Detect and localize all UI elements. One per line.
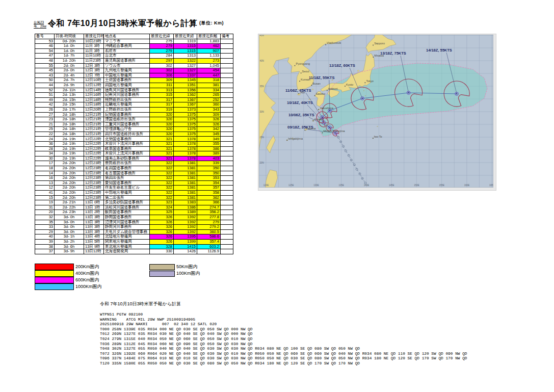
cell-no[interactable]: 52 xyxy=(35,88,55,93)
cell-note[interactable] xyxy=(221,180,233,186)
cell-no[interactable]: 18 xyxy=(35,166,55,171)
cell-note[interactable] xyxy=(221,146,233,151)
cell-place[interactable]: 名古屋国道事務所 xyxy=(104,171,150,176)
cell-offset[interactable]: 2d- 9h xyxy=(55,83,84,88)
cell-offset[interactable]: 2d- 22h xyxy=(55,205,84,210)
cell-lon[interactable]: 1356 xyxy=(174,88,197,93)
cell-no[interactable]: 23 xyxy=(35,117,55,122)
cell-offset[interactable]: 3d- 9h xyxy=(55,249,84,254)
cell-note[interactable] xyxy=(221,97,233,102)
cell-note[interactable] xyxy=(221,132,233,137)
cell-lat[interactable]: 297 xyxy=(150,58,174,63)
cell-datetime[interactable]: 13日 3時 xyxy=(84,220,104,225)
cell-datetime[interactable]: 12日 7時 xyxy=(84,73,104,78)
cell-lat[interactable]: 322 xyxy=(150,176,174,181)
cell-no[interactable]: 33 xyxy=(35,225,55,230)
cell-offset[interactable]: 3d- 0h xyxy=(55,229,84,234)
cell-lat[interactable]: 326 xyxy=(150,239,174,244)
cell-lat[interactable]: 322 xyxy=(150,161,174,166)
cell-datetime[interactable]: 12日21時 xyxy=(84,112,104,117)
cell-offset[interactable]: 2d- 17h xyxy=(55,107,84,112)
cell-datetime[interactable]: 13日 9時 xyxy=(84,244,104,249)
cell-offset[interactable]: 2d- 20h xyxy=(55,186,84,191)
cell-no[interactable]: 14 xyxy=(35,171,55,176)
cell-dist[interactable]: 454 xyxy=(197,68,221,73)
cell-no[interactable]: 34 xyxy=(35,151,55,156)
cell-lon[interactable]: 1378 xyxy=(174,151,197,156)
cell-no[interactable]: 50 xyxy=(35,78,55,83)
cell-place[interactable]: 北海道開発局 xyxy=(104,249,150,254)
cell-datetime[interactable]: 12日23時 xyxy=(84,186,104,191)
cell-note[interactable] xyxy=(221,205,233,210)
cell-lat[interactable]: 322 xyxy=(150,166,174,171)
cell-dist[interactable]: 274.7 xyxy=(197,205,221,210)
cell-place[interactable]: 住友生命名古屋ビル xyxy=(104,186,150,191)
cell-offset[interactable]: 2d- 20h xyxy=(55,191,84,196)
cell-offset[interactable]: 2d- 20h xyxy=(55,176,84,181)
cell-datetime[interactable]: 12日22時 xyxy=(84,137,104,142)
cell-datetime[interactable]: 12日 3時 xyxy=(84,63,104,68)
cell-datetime[interactable]: 13日 5時 xyxy=(84,239,104,244)
cell-lat[interactable]: 321 xyxy=(150,151,174,156)
cell-dist[interactable]: 907 xyxy=(197,48,221,54)
cell-place[interactable]: 沖縄総合事務局 xyxy=(104,44,150,49)
cell-dist[interactable]: 349 xyxy=(197,137,221,142)
cell-offset[interactable]: 2d- 20h xyxy=(55,161,84,166)
cell-no[interactable]: 37 xyxy=(35,249,55,254)
cell-lat[interactable]: 326 xyxy=(150,220,174,225)
cell-no[interactable]: 43 xyxy=(35,73,55,78)
cell-lon[interactable]: 1327 xyxy=(174,68,197,73)
cell-lon[interactable]: 1367 xyxy=(174,102,197,108)
cell-dist[interactable]: 1,045 xyxy=(197,63,221,68)
cell-dist[interactable]: 586.6 xyxy=(197,234,221,240)
cell-no[interactable]: 39 xyxy=(35,239,55,244)
cell-lon[interactable]: 1375 xyxy=(174,127,197,132)
cell-lat[interactable]: 320 xyxy=(150,122,174,127)
cell-lon[interactable]: 1319 xyxy=(174,39,197,44)
cell-no[interactable]: 51 xyxy=(35,93,55,98)
cell-note[interactable] xyxy=(221,200,233,205)
cell-datetime[interactable]: 12日23時 xyxy=(84,191,104,196)
cell-lon[interactable]: 1375 xyxy=(174,132,197,137)
cell-place[interactable]: 鹿児島国道事務所 xyxy=(104,58,150,63)
cell-note[interactable] xyxy=(221,161,233,166)
cell-offset[interactable]: 2d- 18h xyxy=(55,117,84,122)
cell-lon[interactable]: 1389 xyxy=(174,210,197,215)
cell-datetime[interactable]: 12日23時 xyxy=(84,180,104,186)
cell-lon[interactable]: 1386 xyxy=(174,205,197,210)
cell-dist[interactable]: 350 xyxy=(197,171,221,176)
cell-lon[interactable]: 1351 xyxy=(174,83,197,88)
cell-note[interactable] xyxy=(221,68,233,73)
cell-no[interactable]: 41 xyxy=(35,191,55,196)
cell-dist[interactable]: 360.5 xyxy=(197,229,221,234)
cell-offset[interactable]: 2d- 4h xyxy=(55,73,84,78)
cell-note[interactable] xyxy=(221,122,233,127)
cell-note[interactable] xyxy=(221,48,233,54)
cell-note[interactable] xyxy=(221,127,233,132)
cell-place[interactable]: 天竜川ダム統合管理事務 xyxy=(104,229,150,234)
cell-place[interactable]: 四国地方整備局 xyxy=(104,83,150,88)
cell-lon[interactable]: 1315 xyxy=(174,44,197,49)
cell-lon[interactable]: 1345 xyxy=(174,78,197,83)
cell-lat[interactable]: 279 xyxy=(150,44,174,49)
cell-dist[interactable]: 381 xyxy=(197,83,221,88)
cell-datetime[interactable]: 12日21時 xyxy=(84,122,104,127)
cell-note[interactable] xyxy=(221,220,233,225)
cell-lon[interactable]: 1378 xyxy=(174,156,197,161)
cell-offset[interactable]: 2d- 19h xyxy=(55,156,84,161)
cell-lat[interactable]: 306 xyxy=(150,73,174,78)
cell-no[interactable]: 36 xyxy=(35,142,55,147)
cell-datetime[interactable]: 13日 2時 xyxy=(84,210,104,215)
cell-offset[interactable]: 2d- 18h xyxy=(55,127,84,132)
cell-place[interactable]: 土佐国道事務所 xyxy=(104,78,150,83)
cell-no[interactable]: 22 xyxy=(35,132,55,137)
cell-lat[interactable]: 322 xyxy=(150,171,174,176)
cell-dist[interactable]: 356.2 xyxy=(197,210,221,215)
cell-note[interactable] xyxy=(221,166,233,171)
cell-lat[interactable]: 326 xyxy=(150,225,174,230)
cell-place[interactable]: 静岡河川事務所 xyxy=(104,225,150,230)
cell-note[interactable] xyxy=(221,93,233,98)
cell-dist[interactable]: 265 xyxy=(197,93,221,98)
cell-lat[interactable]: 320 xyxy=(150,127,174,132)
cell-lon[interactable]: 1426 xyxy=(174,249,197,254)
